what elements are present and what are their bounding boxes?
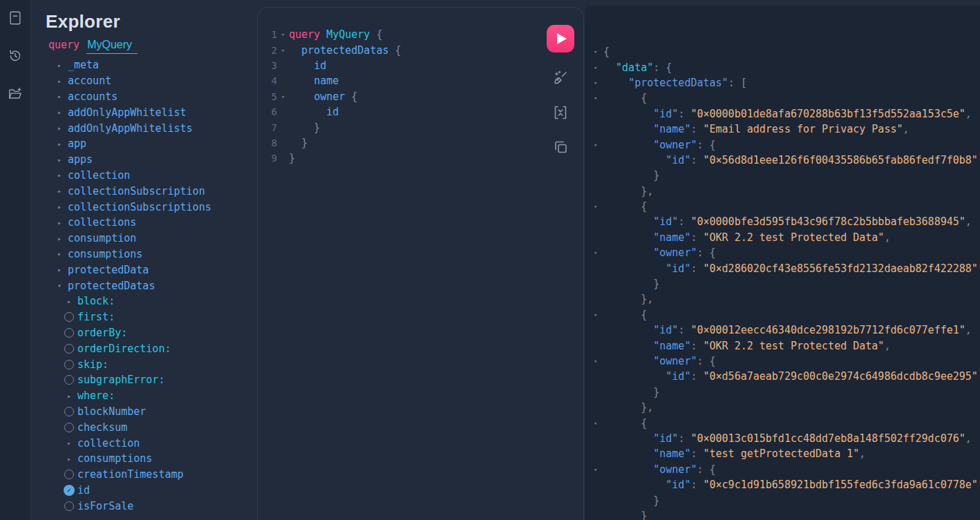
json-text: "name": "Email address for Privacy Pass"… [603,123,910,135]
json-text: "id": "0×0000b01de8afa670288b63bf13f5d55… [603,108,972,120]
tree-item-label: protectedDatas [68,280,155,292]
tree-item-skip[interactable]: skip: [46,356,257,372]
tree-item-collection[interactable]: ▸collection [46,435,257,451]
tree-item-collections[interactable]: ▸collections [46,215,257,231]
expand-caret-icon[interactable]: ▸ [53,93,66,100]
expand-caret-icon[interactable]: ▸ [53,203,66,211]
fold-arrow-icon[interactable]: ▾ [593,420,603,427]
expand-caret-icon[interactable]: ▸ [62,298,76,305]
editor-line-2[interactable]: 2▾ protectedDatas { [265,42,583,57]
expand-caret-icon[interactable]: ▸ [53,187,66,195]
editor-line-8[interactable]: 8 } [265,135,583,151]
fold-arrow-icon[interactable]: ▾ [277,47,289,54]
prettify-icon[interactable] [552,69,569,87]
expand-caret-icon[interactable]: ▸ [53,124,66,132]
fold-arrow-icon[interactable]: ▾ [593,311,603,318]
expand-caret-icon[interactable]: ▸ [62,439,76,447]
fold-arrow-icon[interactable]: ▾ [593,95,603,102]
tree-item-checksum[interactable]: checksum [46,419,257,435]
line-number: 8 [265,137,277,148]
expand-caret-icon[interactable]: ▸ [53,266,66,273]
expand-caret-icon[interactable]: ▸ [53,108,66,116]
tree-item-where[interactable]: ▸where: [46,388,257,404]
history-icon[interactable] [7,48,23,64]
query-editor-lines[interactable]: 1▾query MyQuery {2▾ protectedDatas {3 id… [258,8,583,166]
tree-item-accounts[interactable]: ▸accounts [46,89,257,105]
tree-item-creationTimestamp[interactable]: creationTimestamp [46,467,257,483]
fold-arrow-icon[interactable]: ▾ [593,249,603,256]
response-line-13: "name": "OKR 2.2 test Protected Data", [593,230,980,245]
collapse-caret-icon[interactable]: ▾ [53,282,66,289]
tree-item-orderDirection[interactable]: orderDirection: [46,340,257,356]
tree-item-addOnlyAppWhitelists[interactable]: ▸addOnlyAppWhitelists [46,120,257,136]
tree-item-consumptions[interactable]: ▸consumptions [46,451,257,467]
tree-item-app[interactable]: ▸app [46,136,257,152]
radio-unchecked-icon[interactable] [62,375,76,385]
radio-unchecked-icon[interactable] [62,407,76,416]
tree-item-consumptions[interactable]: ▸consumptions [46,247,257,262]
fold-arrow-icon[interactable]: ▾ [593,466,603,473]
json-text: "name": "OKR 2.2 test Protected Data", [603,231,890,244]
expand-caret-icon[interactable]: ▸ [53,235,66,242]
tree-item-protectedData[interactable]: ▸protectedData [46,262,257,278]
fold-arrow-icon[interactable]: ▾ [593,64,603,71]
line-number: 3 [265,60,277,71]
tree-item-blockNumber[interactable]: blockNumber [46,404,257,420]
tree-item-orderBy[interactable]: orderBy: [46,325,257,341]
open-collection-icon[interactable] [7,86,23,102]
tree-item-block[interactable]: ▸block: [46,293,257,309]
response-line-29: "id": "0×c9c1d91b658921bdbf155fed6c3fda9… [593,477,980,492]
radio-unchecked-icon[interactable] [62,501,76,511]
tree-item-collectionSubscription[interactable]: ▸collectionSubscription [46,183,257,199]
editor-line-6[interactable]: 6 id [265,104,583,119]
fold-arrow-icon[interactable]: ▾ [593,48,603,55]
tree-item-isForSale[interactable]: isForSale [46,498,257,514]
editor-line-7[interactable]: 7 } [265,119,583,135]
radio-unchecked-icon[interactable] [62,312,76,322]
radio-unchecked-icon[interactable] [62,344,76,354]
fold-arrow-icon[interactable]: ▾ [277,93,289,100]
merge-fragments-icon[interactable] [552,104,569,122]
docs-icon[interactable] [7,10,23,26]
fold-arrow-icon[interactable]: ▾ [593,358,603,365]
expand-caret-icon[interactable]: ▸ [53,171,66,179]
tree-item-protectedDatas[interactable]: ▾protectedDatas [46,278,257,293]
expand-caret-icon[interactable]: ▸ [53,219,66,227]
editor-line-5[interactable]: 5▾ owner { [265,89,583,104]
tree-item-consumption[interactable]: ▸consumption [46,231,257,247]
execute-button[interactable] [547,25,574,52]
expand-caret-icon[interactable]: ▸ [53,250,66,258]
editor-line-1[interactable]: 1▾query MyQuery { [265,27,583,42]
fold-arrow-icon[interactable]: ▾ [593,79,603,86]
code-text: id [289,59,326,72]
expand-caret-icon[interactable]: ▸ [53,156,66,164]
tree-item-subgraphError[interactable]: subgraphError: [46,372,257,388]
radio-unchecked-icon[interactable] [62,423,76,432]
expand-caret-icon[interactable]: ▸ [62,455,76,463]
expand-caret-icon[interactable]: ▸ [62,392,76,400]
editor-line-9[interactable]: 9} [265,151,583,166]
radio-unchecked-icon[interactable] [62,328,76,338]
fold-arrow-icon[interactable]: ▾ [277,31,289,38]
tree-item-apps[interactable]: ▸apps [46,152,257,168]
editor-line-4[interactable]: 4 name [265,73,583,88]
editor-line-3[interactable]: 3 id [265,58,583,73]
checkbox-checked-icon[interactable]: ✓ [64,485,75,496]
tree-item-addOnlyAppWhitelist[interactable]: ▸addOnlyAppWhitelist [46,104,257,120]
tree-item-id[interactable]: ✓id [46,483,257,499]
tree-item-first[interactable]: first: [46,309,257,325]
tree-item-collectionSubscriptions[interactable]: ▸collectionSubscriptions [46,199,257,215]
radio-unchecked-icon[interactable] [62,360,76,369]
expand-caret-icon[interactable]: ▸ [53,61,66,69]
copy-query-icon[interactable] [552,138,569,156]
tree-item-_meta[interactable]: ▸_meta [46,57,257,73]
play-icon [557,33,567,44]
radio-unchecked-icon[interactable] [62,470,76,479]
fold-arrow-icon[interactable]: ▾ [593,203,603,210]
tree-item-account[interactable]: ▸account [46,73,257,89]
expand-caret-icon[interactable]: ▸ [53,77,66,85]
operation-name-input[interactable]: MyQuery [86,39,138,54]
tree-item-collection[interactable]: ▸collection [46,168,257,184]
fold-arrow-icon[interactable]: ▾ [593,142,603,148]
expand-caret-icon[interactable]: ▸ [53,140,66,148]
